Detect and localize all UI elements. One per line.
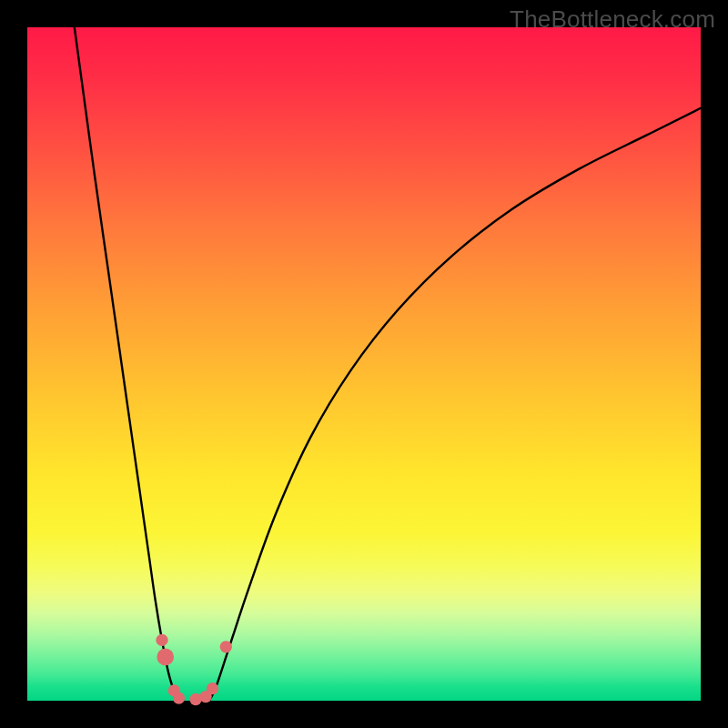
data-marker [207, 682, 218, 694]
curve-right-branch [209, 108, 701, 701]
curve-svg [27, 27, 701, 701]
data-marker [157, 649, 174, 666]
plot-area [27, 27, 701, 701]
chart-frame: TheBottleneck.com [0, 0, 728, 728]
data-marker [220, 641, 232, 652]
watermark-text: TheBottleneck.com [510, 5, 715, 34]
data-marker [156, 634, 167, 646]
data-marker [173, 692, 185, 703]
curve-left-branch [75, 27, 182, 701]
